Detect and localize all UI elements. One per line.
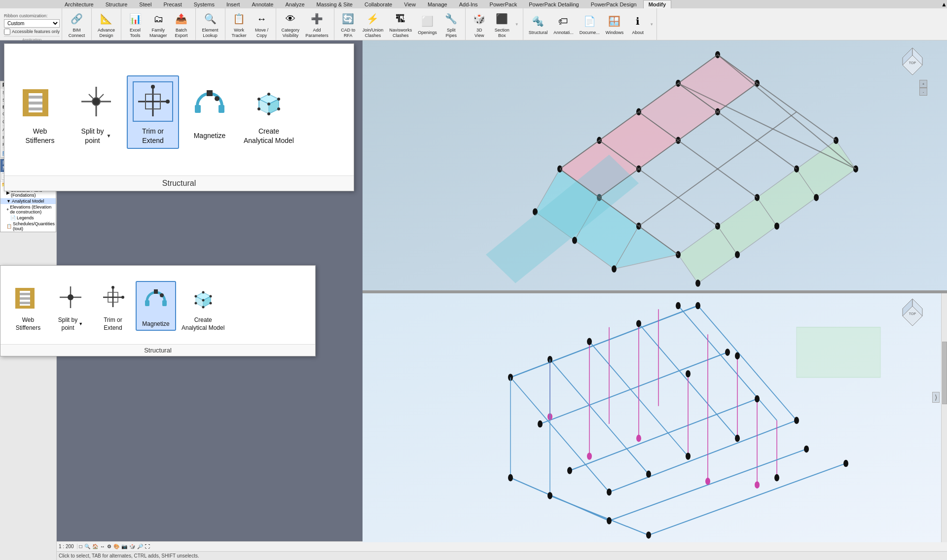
3d-views-expand[interactable]: ▼ xyxy=(514,22,520,27)
trim-extend-top-item[interactable]: Trim orExtend xyxy=(127,75,179,148)
viewcube-top[interactable]: TOP xyxy=(898,45,927,75)
svg-point-55 xyxy=(194,295,197,297)
batch-export-button[interactable]: 📤 BatchExport xyxy=(171,9,192,40)
split-by-point-top-item[interactable]: Split bypoint ▼ xyxy=(71,76,122,148)
svg-point-163 xyxy=(508,474,513,482)
nav-icon3[interactable]: ↔ xyxy=(100,544,105,549)
structural-tool-button[interactable]: 🔩 Structural xyxy=(526,12,550,37)
docume-button[interactable]: 📄 Docume... xyxy=(577,12,602,37)
accessible-features-input[interactable] xyxy=(4,29,10,35)
openings-icon: ⬜ xyxy=(419,13,435,29)
tab-powerpack-detailing[interactable]: PowerPack Detailing xyxy=(523,0,584,8)
tab-insert[interactable]: Insert xyxy=(221,0,246,8)
excel-tools-button[interactable]: 📊 ExcelTools xyxy=(124,9,146,40)
section-box-button[interactable]: ⬛ SectionBox xyxy=(491,9,513,40)
tab-annotate[interactable]: Annotate xyxy=(246,0,279,8)
tab-precast[interactable]: Precast xyxy=(158,0,187,8)
svg-point-154 xyxy=(636,435,641,442)
scrollbar-thumb-right[interactable] xyxy=(942,342,947,404)
tab-powerpack-design[interactable]: PowerPack Design xyxy=(585,0,642,8)
create-analytical-bottom-item[interactable]: CreateAnalytical Model xyxy=(179,278,227,334)
legends-item[interactable]: 📄 Legends xyxy=(0,215,56,221)
svg-rect-1 xyxy=(29,96,42,99)
magnetize-top-item[interactable]: Magnetize xyxy=(184,80,235,143)
tab-massing[interactable]: Massing & Site xyxy=(311,0,358,8)
magnetize-icon xyxy=(187,84,232,128)
zoom-icon[interactable]: 🔎 xyxy=(137,544,143,549)
cad-to-rfa-button[interactable]: 🔄 CAD toRFA xyxy=(337,9,359,40)
elevations-item[interactable]: + Elevations (Elevation de construction) xyxy=(0,204,56,215)
fullscreen-icon[interactable]: ⛶ xyxy=(145,544,150,549)
tab-manage[interactable]: Manage xyxy=(422,0,453,8)
create-analytical-icon xyxy=(247,79,291,124)
floor-plan-icon[interactable]: □ xyxy=(79,544,82,549)
render-icon[interactable]: 🎨 xyxy=(113,544,119,549)
join-union-clashes-button[interactable]: ⚡ Join/UnionClashes xyxy=(360,9,386,40)
move-copy-button[interactable]: ↔ Move /Copy xyxy=(251,9,273,40)
category-visibility-button[interactable]: 👁 CategoryVisibility xyxy=(279,9,302,40)
tab-analyze[interactable]: Analyze xyxy=(280,0,310,8)
element-lookup-button[interactable]: 🔍 ElementLookup xyxy=(199,9,221,40)
ribbon-collapse-btn[interactable]: ▲ xyxy=(941,1,947,8)
magnetize-bottom-item[interactable]: Magnetize xyxy=(136,281,176,331)
bim-connect-label: BIMConnect xyxy=(69,28,85,38)
split-by-point-bottom-item[interactable]: Split bypoint ▼ xyxy=(51,278,90,334)
create-analytical-top-item[interactable]: CreateAnalytical Model xyxy=(240,76,297,148)
settings-view-icon[interactable]: ⚙ xyxy=(107,544,111,549)
nav-wheel-top[interactable]: + - xyxy=(919,80,927,96)
work-tracker-button[interactable]: 📋 WorkTracker xyxy=(228,9,250,40)
split-sm-arrow[interactable]: ▼ xyxy=(78,321,83,327)
tab-modify[interactable]: Modify xyxy=(643,0,671,8)
svg-point-140 xyxy=(676,302,681,310)
zoom-out-btn[interactable]: - xyxy=(919,88,927,96)
add-parameters-button[interactable]: ➕ AddParameters xyxy=(303,9,331,40)
structural-icon: 🔩 xyxy=(530,13,546,29)
openings-button[interactable]: ⬜ Openings xyxy=(415,12,439,37)
nav-icon1[interactable]: 🔍 xyxy=(84,544,90,549)
tab-structure[interactable]: Structure xyxy=(100,0,133,8)
windows-button[interactable]: 🪟 Windows xyxy=(603,12,626,37)
viewport-bottom: TOP ⟩ xyxy=(363,291,947,542)
tab-view[interactable]: View xyxy=(399,0,421,8)
advance-design-button[interactable]: 📐 AdvanceDesign xyxy=(95,9,117,40)
annotati-button[interactable]: 🏷 Annotati... xyxy=(551,12,576,37)
family-manager-button[interactable]: 🗂 FamilyManager xyxy=(147,9,170,40)
split-dropdown-arrow[interactable]: ▼ xyxy=(107,133,111,139)
bottom-viewport-svg xyxy=(363,291,947,542)
nav-icon2[interactable]: 🏠 xyxy=(92,544,98,549)
svg-point-94 xyxy=(774,222,779,229)
split-by-point-sm-label: Split bypoint ▼ xyxy=(58,316,83,332)
viewcube-bottom[interactable]: TOP xyxy=(898,296,927,326)
tab-addins[interactable]: Add-Ins xyxy=(454,0,483,8)
family-manager-icon: 🗂 xyxy=(150,11,166,27)
bim-connect-button[interactable]: 🔗 BIMConnect xyxy=(66,9,88,40)
section-box-icon: ⬛ xyxy=(494,11,510,27)
web-stiffeners-top-item[interactable]: WebStiffeners xyxy=(14,76,66,148)
view3d-icon[interactable]: 🎲 xyxy=(129,544,135,549)
tab-architecture[interactable]: Architecture xyxy=(59,0,99,8)
svg-point-166 xyxy=(646,531,651,539)
zoom-in-btn[interactable]: + xyxy=(919,80,927,88)
trim-extend-bottom-item[interactable]: Trim orExtend xyxy=(93,278,133,334)
schedules-item[interactable]: 📋 Schedules/Quantities (tout) xyxy=(0,221,56,232)
tab-steel[interactable]: Steel xyxy=(134,0,157,8)
customization-select[interactable]: Custom xyxy=(4,19,60,28)
svg-point-167 xyxy=(804,446,809,453)
split-by-point-icon xyxy=(74,79,118,124)
accessible-features-checkbox[interactable]: Accessible features only xyxy=(4,29,60,35)
split-pipes-button[interactable]: 🔧 SplitPipes xyxy=(440,9,462,40)
about-button[interactable]: ℹ About xyxy=(627,12,649,37)
tab-systems[interactable]: Systems xyxy=(188,0,220,8)
camera-icon[interactable]: 📷 xyxy=(121,544,127,549)
web-stiffeners-bottom-item[interactable]: WebStiffeners xyxy=(8,278,48,334)
viewport-divider[interactable] xyxy=(363,291,947,293)
tab-collaborate[interactable]: Collaborate xyxy=(359,0,398,8)
right-scrollbar xyxy=(941,291,947,542)
expand-right-btn[interactable]: ⟩ xyxy=(932,392,940,403)
3d-view-button[interactable]: 🎲 3DView xyxy=(469,9,490,40)
tools-expand[interactable]: ▼ xyxy=(650,22,654,27)
tab-powerpack[interactable]: PowerPack xyxy=(484,0,523,8)
analytical-model-item[interactable]: ▼ Analytical Model xyxy=(0,198,56,204)
excel-icon: 📊 xyxy=(127,11,143,27)
navisworks-button[interactable]: 🏗 NavisworksClashes xyxy=(387,9,414,40)
